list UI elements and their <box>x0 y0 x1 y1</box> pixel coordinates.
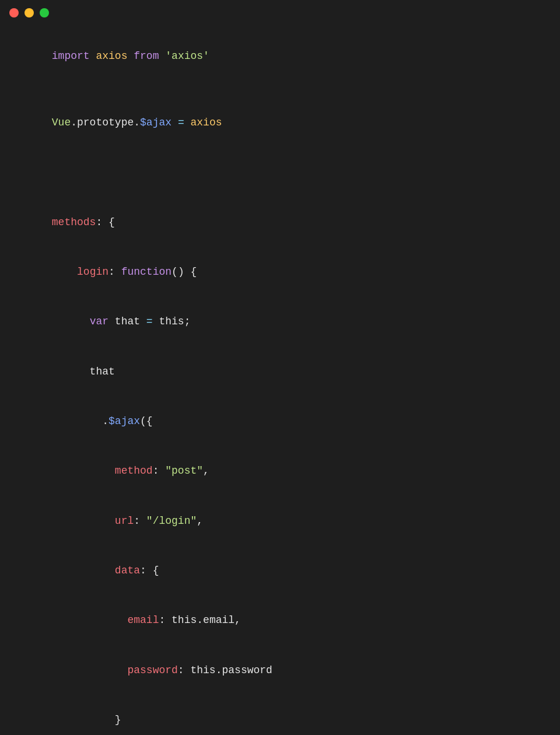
code-line-6 <box>14 181 546 197</box>
code-line-11: .$ajax({ <box>14 397 546 446</box>
code-line-12: method: "post", <box>14 446 546 496</box>
code-line-15: email: this.email, <box>14 596 546 645</box>
code-line-2 <box>14 81 546 97</box>
code-line-10: that <box>14 346 546 396</box>
maximize-button[interactable] <box>40 8 49 18</box>
code-line-9: var that = this; <box>14 297 546 346</box>
code-line-5 <box>14 164 546 181</box>
editor-window: import axios from 'axios' Vue.prototype.… <box>0 0 560 735</box>
code-editor: import axios from 'axios' Vue.prototype.… <box>0 26 560 735</box>
code-line-8: login: function() { <box>14 247 546 297</box>
code-line-14: data: { <box>14 546 546 596</box>
titlebar <box>0 0 560 26</box>
code-line-4 <box>14 148 546 164</box>
code-line-7: methods: { <box>14 197 546 247</box>
code-line-1: import axios from 'axios' <box>14 32 546 81</box>
minimize-button[interactable] <box>24 8 34 18</box>
code-line-13: url: "/login", <box>14 496 546 545</box>
code-line-16: password: this.password <box>14 645 546 695</box>
close-button[interactable] <box>9 8 19 18</box>
code-line-17: } <box>14 695 546 736</box>
code-line-3: Vue.prototype.$ajax = axios <box>14 98 546 148</box>
